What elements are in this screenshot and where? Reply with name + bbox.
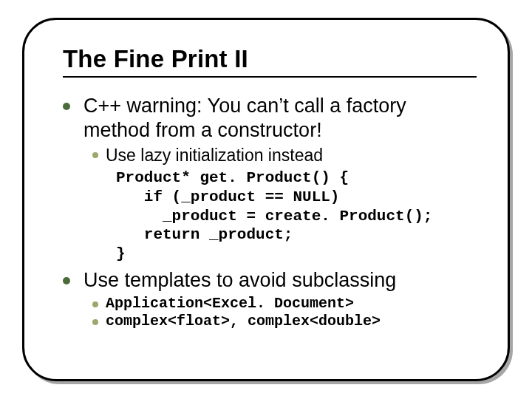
- slide-frame: The Fine Print II C++ warning: You can’t…: [22, 18, 510, 381]
- bullet-level2: Use lazy initialization instead: [92, 146, 478, 166]
- bullet-text: C++ warning: You can’t call a factory me…: [83, 94, 478, 143]
- bullet-dot-icon: [92, 319, 98, 325]
- subbullet-text: Use lazy initialization instead: [106, 146, 323, 166]
- slide-title: The Fine Print II: [63, 45, 478, 73]
- subbullet-text: complex<float>, complex<double>: [106, 313, 381, 330]
- bullet-level1: Use templates to avoid subclassing: [63, 268, 478, 293]
- bullet-level1: C++ warning: You can’t call a factory me…: [63, 94, 478, 143]
- code-block: Product* get. Product() { if (_product =…: [116, 168, 478, 263]
- bullet-text: Use templates to avoid subclassing: [83, 268, 396, 293]
- bullet-dot-icon: [92, 301, 98, 307]
- bullet-level2: complex<float>, complex<double>: [92, 313, 478, 330]
- bullet-dot-icon: [63, 277, 70, 284]
- subbullet-text: Application<Excel. Document>: [106, 295, 354, 313]
- title-rule: [63, 76, 477, 78]
- bullet-dot-icon: [92, 152, 98, 158]
- bullet-dot-icon: [63, 103, 70, 110]
- bullet-level2: Application<Excel. Document>: [92, 295, 478, 313]
